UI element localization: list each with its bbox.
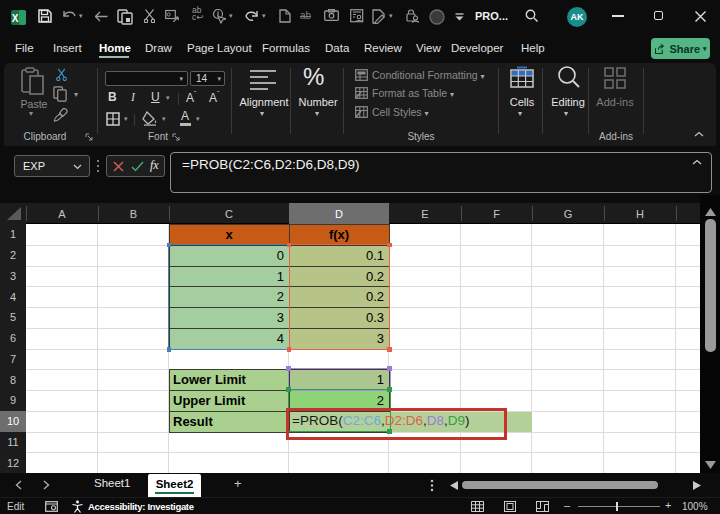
svg-text:X: X (12, 13, 19, 24)
